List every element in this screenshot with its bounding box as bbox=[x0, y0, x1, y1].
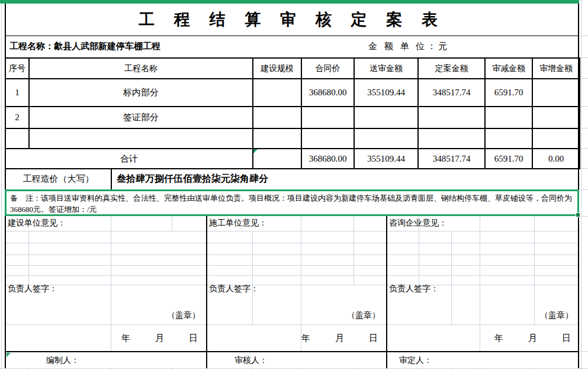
date-row: 年 月 日 bbox=[206, 326, 386, 350]
total-finalized-cell[interactable]: 348517.74 bbox=[418, 149, 485, 169]
cell-contract[interactable] bbox=[301, 128, 354, 149]
year-label: 年 bbox=[301, 333, 310, 344]
cell-scale[interactable] bbox=[253, 79, 301, 107]
footer-row: 编制人： 审核人： 审定人： bbox=[5, 352, 579, 368]
total-row: 合计 368680.00 355109.44 348517.74 6591.70… bbox=[5, 149, 580, 169]
signer-label: 负责人签字： bbox=[209, 284, 259, 294]
summary-table: 序号 工程名称 建设规模 合同价 送审金额 定案金额 审减金额 审增金额 1 标… bbox=[5, 57, 580, 169]
cell-submitted[interactable] bbox=[354, 107, 418, 128]
opinion-title: 咨询企业意见： bbox=[389, 218, 447, 229]
month-label: 月 bbox=[155, 333, 164, 344]
date-row: 年 月 日 bbox=[5, 326, 206, 350]
comment-triangle-icon bbox=[253, 149, 258, 153]
cell-increased[interactable] bbox=[532, 79, 580, 107]
total-reduced-cell[interactable]: 6591.70 bbox=[485, 149, 532, 169]
cell-reduced[interactable] bbox=[485, 128, 532, 149]
project-name-label: 工程名称：歙县人武部新建停车棚工程 bbox=[9, 36, 160, 57]
gridline bbox=[579, 351, 588, 352]
day-label: 日 bbox=[189, 333, 198, 344]
cell-contract[interactable] bbox=[301, 107, 354, 128]
gridline bbox=[579, 216, 588, 217]
header-cell-finalized[interactable]: 定案金额 bbox=[418, 58, 485, 79]
gridline bbox=[0, 368, 588, 369]
table-row: 1 标内部分 368680.00 355109.44 348517.74 659… bbox=[5, 79, 580, 107]
table-row bbox=[5, 128, 580, 149]
seal-label: （盖章） bbox=[167, 310, 200, 321]
header-cell-no[interactable]: 序号 bbox=[5, 58, 29, 79]
cell-name[interactable]: 标内部分 bbox=[29, 79, 253, 107]
cell-no[interactable] bbox=[5, 128, 29, 149]
opinion-title: 施工单位意见： bbox=[209, 218, 267, 229]
total-scale-cell[interactable] bbox=[253, 149, 301, 169]
day-label: 日 bbox=[369, 333, 378, 344]
total-submitted-cell[interactable]: 355109.44 bbox=[354, 149, 418, 169]
header-cell-submitted[interactable]: 送审金额 bbox=[354, 58, 418, 79]
gridline bbox=[579, 57, 588, 58]
approver-label[interactable]: 审定人： bbox=[386, 352, 579, 368]
gridline bbox=[579, 36, 588, 36]
cell-no[interactable]: 1 bbox=[5, 79, 29, 107]
cell-finalized[interactable]: 348517.74 bbox=[418, 79, 485, 107]
form-title: 工 程 结 算 审 核 定 案 表 bbox=[6, 4, 578, 36]
signer-label: 负责人签字： bbox=[389, 284, 439, 294]
project-name-row[interactable]: 工程名称：歙县人武部新建停车棚工程 金 额 单 位：元 bbox=[6, 36, 578, 57]
opinion-section-contractor[interactable]: 施工单位意见： 负责人签字： （盖章） 年 月 日 bbox=[206, 216, 386, 351]
reviewer-label[interactable]: 审核人： bbox=[206, 352, 386, 368]
cell-name[interactable]: 签证部分 bbox=[29, 107, 253, 128]
opinion-section-construction-unit[interactable]: 建设单位意见： 负责人签字： （盖章） 年 月 日 bbox=[5, 216, 206, 351]
remark-text: 备 注：该项目送审资料的真实性、合法性、完整性由送审单位负责。项目概况：项目建设… bbox=[10, 194, 572, 214]
cell-finalized[interactable] bbox=[418, 107, 485, 128]
cell-scale[interactable] bbox=[253, 107, 301, 128]
year-label: 年 bbox=[494, 333, 503, 344]
total-label-cell[interactable]: 合计 bbox=[5, 149, 253, 169]
gridline bbox=[579, 168, 588, 169]
seal-label: （盖章） bbox=[347, 310, 380, 321]
amount-in-words-value[interactable]: 叁拾肆万捌仟伍佰壹拾柒元柒角肆分 bbox=[112, 168, 578, 189]
gridline bbox=[579, 128, 588, 128]
month-label: 月 bbox=[335, 333, 344, 344]
table-row: 2 签证部分 bbox=[5, 107, 580, 128]
total-contract-cell[interactable]: 368680.00 bbox=[301, 149, 354, 169]
gridline bbox=[579, 189, 588, 190]
cell-scale[interactable] bbox=[253, 128, 301, 149]
date-row: 年 月 日 bbox=[386, 326, 579, 350]
cell-increased[interactable] bbox=[532, 107, 580, 128]
header-cell-contract[interactable]: 合同价 bbox=[301, 58, 354, 79]
year-label: 年 bbox=[121, 333, 130, 344]
header-cell-scale[interactable]: 建设规模 bbox=[253, 58, 301, 79]
month-label: 月 bbox=[528, 333, 537, 344]
gridline bbox=[579, 78, 588, 79]
cell-contract[interactable]: 368680.00 bbox=[301, 79, 354, 107]
gridline bbox=[579, 148, 588, 149]
remark-cell[interactable]: 备 注：该项目送审资料的真实性、合法性、完整性由送审单位负责。项目概况：项目建设… bbox=[5, 189, 579, 216]
cell-increased[interactable] bbox=[532, 128, 580, 149]
gridline bbox=[581, 0, 581, 370]
signer-label: 负责人签字： bbox=[8, 284, 57, 294]
gridline bbox=[579, 106, 588, 107]
header-cell-increased[interactable]: 审增金额 bbox=[532, 58, 580, 79]
cell-no[interactable]: 2 bbox=[5, 107, 29, 128]
cell-reduced[interactable]: 6591.70 bbox=[485, 79, 532, 107]
opinion-title: 建设单位意见： bbox=[8, 218, 66, 229]
spreadsheet-form: 工 程 结 算 审 核 定 案 表 工程名称：歙县人武部新建停车棚工程 金 额 … bbox=[0, 0, 588, 370]
gridline bbox=[1, 0, 2, 370]
cell-reduced[interactable] bbox=[485, 107, 532, 128]
comment-triangle-icon bbox=[7, 353, 11, 357]
cell-submitted[interactable]: 355109.44 bbox=[354, 79, 418, 107]
total-increased-cell[interactable]: 0.00 bbox=[532, 149, 580, 169]
amount-in-words-row: 工程造价（大写） 叁拾肆万捌仟伍佰壹拾柒元柒角肆分 bbox=[5, 168, 579, 189]
selection-fill-handle[interactable] bbox=[576, 213, 580, 217]
day-label: 日 bbox=[562, 333, 571, 344]
header-cell-name[interactable]: 工程名称 bbox=[29, 58, 253, 79]
cell-submitted[interactable] bbox=[354, 128, 418, 149]
header-cell-reduced[interactable]: 审减金额 bbox=[485, 58, 532, 79]
preparer-label[interactable]: 编制人： bbox=[5, 352, 206, 368]
amount-unit-label: 金 额 单 位：元 bbox=[368, 36, 449, 57]
cell-finalized[interactable] bbox=[418, 128, 485, 149]
opinion-section-consulting-firm[interactable]: 咨询企业意见： 负责人签字： （盖章） 年 月 日 bbox=[386, 216, 579, 351]
seal-label: （盖章） bbox=[540, 310, 573, 321]
amount-in-words-label[interactable]: 工程造价（大写） bbox=[6, 168, 112, 189]
cell-name[interactable] bbox=[29, 128, 253, 149]
